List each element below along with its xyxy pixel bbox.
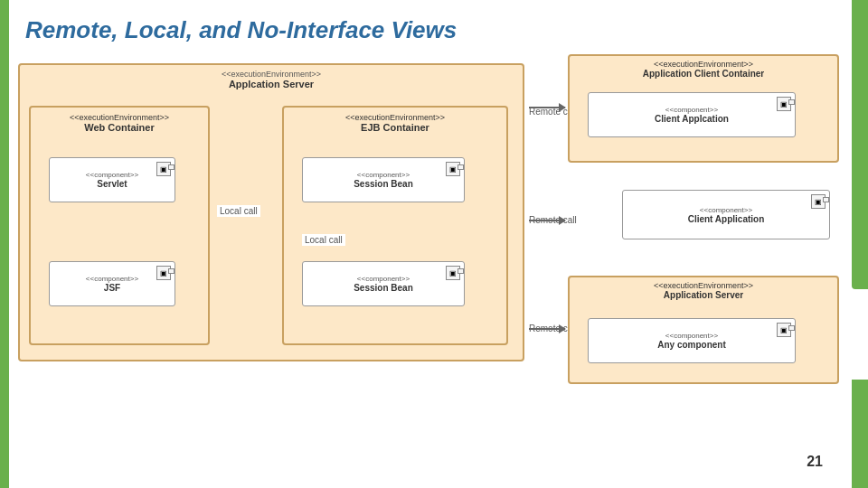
ejb-container-label: <<executionEnvironment>> EJB Container xyxy=(345,113,445,133)
local-call-1: Local call xyxy=(217,205,260,217)
session-bean-1-box: <<component>> Session Bean ▣ xyxy=(302,157,465,202)
diagram: <<executionEnvironment>> Applcation Serv… xyxy=(18,54,850,407)
servlet-box: <<component>> Servlet ▣ xyxy=(49,157,175,202)
page-title: Remote, Local, and No-Interface Views xyxy=(25,16,457,44)
sb2-icon: ▣ xyxy=(446,266,460,280)
jsf-icon: ▣ xyxy=(156,266,171,280)
remote-arrow-3 xyxy=(529,328,565,330)
page-number: 21 xyxy=(807,454,823,470)
app-server-box: <<executionEnvironment>> Applcation Serv… xyxy=(18,63,524,361)
sb1-icon: ▣ xyxy=(446,162,460,176)
remote-call-2: Remote call xyxy=(529,215,577,225)
session-bean-2-box: <<component>> Session Bean ▣ xyxy=(302,261,465,306)
web-container-label: <<executionEnvironment>> Web Container xyxy=(70,113,169,133)
ca1-icon: ▣ xyxy=(777,97,791,111)
client-app-1-box: <<component>> Client Applcation ▣ xyxy=(588,92,796,137)
ca2-icon: ▣ xyxy=(811,194,826,209)
green-bar-left xyxy=(0,0,9,488)
acc-box: <<executionEnvironment>> Application Cli… xyxy=(568,54,839,163)
servlet-icon: ▣ xyxy=(156,162,171,176)
web-container-box: <<executionEnvironment>> Web Container <… xyxy=(29,106,210,345)
app-server-label: <<executionEnvironment>> Applcation Serv… xyxy=(222,69,321,89)
client-app-2-container: <<component>> Client Application ▣ xyxy=(622,190,830,239)
jsf-box: <<component>> JSF ▣ xyxy=(49,261,175,306)
as2-label: <<executionEnvironment>> Application Ser… xyxy=(654,281,753,300)
local-call-2: Local call xyxy=(302,234,345,246)
acc-label: <<executionEnvironment>> Application Cli… xyxy=(643,60,764,79)
client-app-2-box: <<component>> Client Application ▣ xyxy=(622,190,830,239)
remote-arrow-1 xyxy=(529,107,565,108)
green-bar-bottom xyxy=(852,380,868,488)
any-component-box: <<component>> Any component ▣ xyxy=(588,318,796,363)
ac-icon: ▣ xyxy=(777,323,791,337)
green-bar-top xyxy=(852,0,868,289)
ejb-container-box: <<executionEnvironment>> EJB Container <… xyxy=(282,106,508,345)
remote-arrow-2 xyxy=(529,220,565,221)
as2-box: <<executionEnvironment>> Application Ser… xyxy=(568,276,839,384)
